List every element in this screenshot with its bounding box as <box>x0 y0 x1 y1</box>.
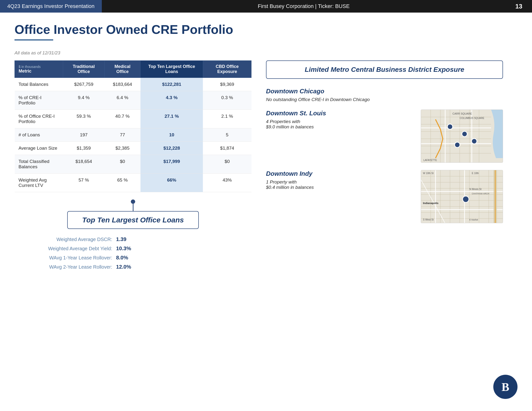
svg-text:E 10th: E 10th <box>472 172 479 175</box>
stlouis-title: Downtown St. Louis <box>266 110 414 117</box>
table-row-traditional: $18,654 <box>63 155 105 174</box>
page-title: Office Investor Owned CRE Portfolio <box>15 22 517 37</box>
stat-value: 10.3% <box>116 245 131 252</box>
svg-text:S West St: S West St <box>423 218 434 221</box>
col-header-top-ten: Top Ten Largest Office Loans <box>141 61 203 78</box>
table-row-metric: % of Office CRE-I Portfolio <box>15 110 63 128</box>
main-layout: $ in thousands Metric Traditional Office… <box>15 60 517 273</box>
cbd-box-title: Limited Metro Central Business District … <box>274 66 495 74</box>
svg-text:LAFAYETTE: LAFAYETTE <box>423 159 437 161</box>
table-row-traditional: 197 <box>63 128 105 142</box>
table-row-cbd: $1,874 <box>203 142 251 155</box>
svg-text:COLUMBUS SQUARE: COLUMBUS SQUARE <box>460 117 484 120</box>
svg-point-19 <box>455 142 460 148</box>
data-table: $ in thousands Metric Traditional Office… <box>15 60 251 192</box>
table-row-top-ten: $12,228 <box>141 142 203 155</box>
top-ten-section: Top Ten Largest Office Loans <box>15 199 251 229</box>
connector-dot <box>131 199 135 204</box>
connector-line <box>133 204 133 211</box>
col-header-cbd: CBD Office Exposure <box>203 61 251 78</box>
table-row-medical: 40.7 % <box>104 110 141 128</box>
stlouis-map: CARR SQUARE COLUMBUS SQUARE LAFAYETTE <box>421 110 503 163</box>
chicago-title: Downtown Chicago <box>266 87 503 95</box>
table-row-metric: Weighted Avg Current LTV <box>15 174 63 192</box>
chicago-desc: No outstanding Office CRE-I in Downtown … <box>266 97 503 102</box>
table-row-top-ten: $122,281 <box>141 78 203 91</box>
table-row-cbd: $9,369 <box>203 78 251 91</box>
table-row-metric: Average Loan Size <box>15 142 63 155</box>
header-presentation-title: 4Q23 Earnings Investor Presentation <box>0 0 102 13</box>
stat-label: Weighted Average DSCR: <box>29 237 116 242</box>
table-row-medical: 6.4 % <box>104 91 141 110</box>
table-row-metric: Total Balances <box>15 78 63 91</box>
stat-value: 12.0% <box>116 264 131 270</box>
title-underline <box>15 39 53 41</box>
table-row-medical: 77 <box>104 128 141 142</box>
col-header-traditional: Traditional Office <box>63 61 105 78</box>
stat-row: WAvg 2-Year Lease Rollover: 12.0% <box>29 264 251 270</box>
svg-point-17 <box>447 124 453 129</box>
table-row-traditional: $1,359 <box>63 142 105 155</box>
table-row-cbd: 43% <box>203 174 251 192</box>
indy-desc: 1 Property with$0.4 million in balances <box>266 179 414 190</box>
indy-section: Downtown Indy 1 Property with$0.4 millio… <box>266 170 503 223</box>
col-header-medical: Medical Office <box>104 61 141 78</box>
stat-label: WAvg 1-Year Lease Rollover: <box>29 255 116 261</box>
table-row-top-ten: 27.1 % <box>141 110 203 128</box>
table-row-cbd: 0.3 % <box>203 91 251 110</box>
table-row-medical: $0 <box>104 155 141 174</box>
cbd-exposure-box: Limited Metro Central Business District … <box>266 60 503 79</box>
page-content: Office Investor Owned CRE Portfolio All … <box>0 13 532 283</box>
indy-title: Downtown Indy <box>266 170 414 177</box>
table-row-top-ten: $17,999 <box>141 155 203 174</box>
chicago-section: Downtown Chicago No outstanding Office C… <box>266 87 503 102</box>
logo-area: B <box>493 375 517 399</box>
svg-text:E Market: E Market <box>469 219 478 221</box>
stat-row: Weighted Average Debt Yield: 10.3% <box>29 245 251 252</box>
table-row-traditional: $267,759 <box>63 78 105 91</box>
svg-text:CARR SQUARE: CARR SQUARE <box>452 112 472 115</box>
svg-rect-24 <box>421 170 503 223</box>
table-row-medical: $183,664 <box>104 78 141 91</box>
table-row-metric: Total Classified Balances <box>15 155 63 174</box>
header-page-number: 13 <box>506 3 532 10</box>
svg-point-18 <box>462 131 467 137</box>
table-row-traditional: 57 % <box>63 174 105 192</box>
col-header-thousands: $ in thousands Metric <box>15 61 63 78</box>
date-label: All data as of 12/31/23 <box>15 50 517 56</box>
header-company-ticker: First Busey Corporation | Ticker: BUSE <box>102 3 506 9</box>
left-side: $ in thousands Metric Traditional Office… <box>15 60 251 273</box>
table-row-top-ten: 10 <box>141 128 203 142</box>
svg-point-20 <box>472 139 477 144</box>
table-row-cbd: 2.1 % <box>203 110 251 128</box>
header-bar: 4Q23 Earnings Investor Presentation Firs… <box>0 0 532 13</box>
stat-value: 8.0% <box>116 255 128 261</box>
svg-text:N Illinois St: N Illinois St <box>469 188 482 190</box>
table-row-cbd: $0 <box>203 155 251 174</box>
stat-row: Weighted Average DSCR: 1.39 <box>29 236 251 243</box>
svg-text:CHATHAM-ARCH: CHATHAM-ARCH <box>472 192 489 195</box>
table-row-top-ten: 66% <box>141 174 203 192</box>
top-ten-box-title: Top Ten Largest Office Loans <box>82 216 184 224</box>
stat-value: 1.39 <box>116 236 126 243</box>
table-row-traditional: 59.3 % <box>63 110 105 128</box>
table-row-cbd: 5 <box>203 128 251 142</box>
stat-label: Weighted Average Debt Yield: <box>29 246 116 252</box>
table-row-metric: % of CRE-I Portfolio <box>15 91 63 110</box>
svg-text:W 10th St: W 10th St <box>423 172 434 175</box>
stat-label: WAvg 2-Year Lease Rollover: <box>29 264 116 270</box>
table-row-top-ten: 4.3 % <box>141 91 203 110</box>
svg-point-47 <box>463 196 469 202</box>
stlouis-desc: 4 Properties with$9.0 million in balance… <box>266 119 414 130</box>
table-row-traditional: 9.4 % <box>63 91 105 110</box>
table-row-metric: # of Loans <box>15 128 63 142</box>
stats-section: Weighted Average DSCR: 1.39 Weighted Ave… <box>15 236 251 270</box>
company-logo: B <box>493 375 517 399</box>
right-side: Limited Metro Central Business District … <box>266 60 503 273</box>
stlouis-section: Downtown St. Louis 4 Properties with$9.0… <box>266 110 503 163</box>
table-row-medical: $2,385 <box>104 142 141 155</box>
stat-row: WAvg 1-Year Lease Rollover: 8.0% <box>29 255 251 261</box>
indy-map: W 10th St E 10th N Illinois St Indianapo… <box>421 170 503 223</box>
top-ten-box: Top Ten Largest Office Loans <box>67 211 199 229</box>
svg-text:Indianapolis: Indianapolis <box>423 202 438 205</box>
